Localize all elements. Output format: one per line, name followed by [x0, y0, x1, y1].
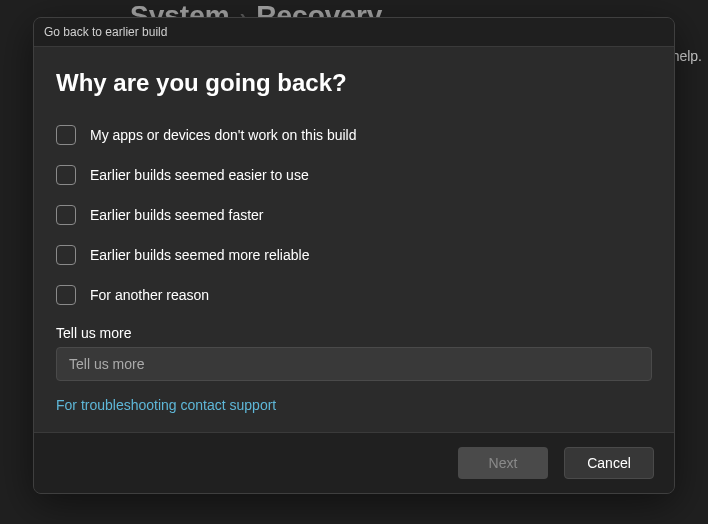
cancel-button[interactable]: Cancel: [564, 447, 654, 479]
checkbox-icon: [56, 205, 76, 225]
contact-support-link[interactable]: For troubleshooting contact support: [56, 397, 276, 413]
checkbox-icon: [56, 125, 76, 145]
tell-us-more-input[interactable]: [56, 347, 652, 381]
reason-label: For another reason: [90, 287, 209, 303]
reason-label: My apps or devices don't work on this bu…: [90, 127, 356, 143]
checkbox-icon: [56, 165, 76, 185]
next-button[interactable]: Next: [458, 447, 548, 479]
reason-option-another[interactable]: For another reason: [56, 285, 652, 305]
checkbox-icon: [56, 285, 76, 305]
dialog-titlebar: Go back to earlier build: [34, 18, 674, 47]
dialog-footer: Next Cancel: [34, 432, 674, 493]
go-back-dialog: Go back to earlier build Why are you goi…: [33, 17, 675, 494]
reason-option-faster[interactable]: Earlier builds seemed faster: [56, 205, 652, 225]
reason-label: Earlier builds seemed faster: [90, 207, 264, 223]
reason-option-reliable[interactable]: Earlier builds seemed more reliable: [56, 245, 652, 265]
reason-option-apps-devices[interactable]: My apps or devices don't work on this bu…: [56, 125, 652, 145]
help-text-fragment: help.: [672, 48, 702, 64]
reason-label: Earlier builds seemed more reliable: [90, 247, 309, 263]
reason-label: Earlier builds seemed easier to use: [90, 167, 309, 183]
dialog-heading: Why are you going back?: [56, 69, 652, 97]
dialog-body: Why are you going back? My apps or devic…: [34, 47, 674, 432]
checkbox-icon: [56, 245, 76, 265]
reason-option-easier[interactable]: Earlier builds seemed easier to use: [56, 165, 652, 185]
tell-us-more-label: Tell us more: [56, 325, 652, 341]
